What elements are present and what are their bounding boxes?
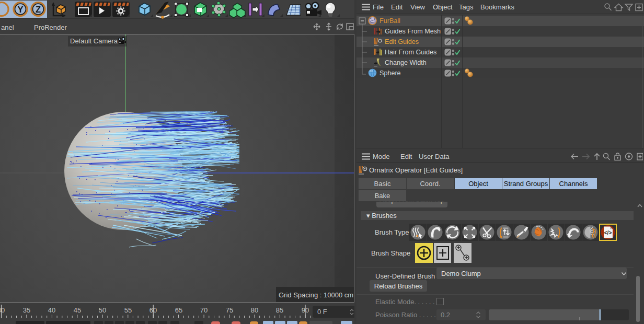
svg-text:50: 50 [99, 306, 106, 314]
svg-text:45: 45 [74, 306, 81, 314]
svg-text:35: 35 [23, 306, 30, 314]
svg-text:75: 75 [226, 306, 233, 314]
svg-text:</>: </> [604, 230, 612, 236]
svg-text:30: 30 [0, 306, 5, 314]
svg-text:80: 80 [251, 306, 258, 314]
svg-text:55: 55 [124, 306, 132, 314]
svg-text:70: 70 [200, 306, 208, 314]
svg-text:65: 65 [175, 306, 182, 314]
svg-text:85: 85 [276, 306, 283, 314]
svg-text:40: 40 [48, 306, 55, 314]
